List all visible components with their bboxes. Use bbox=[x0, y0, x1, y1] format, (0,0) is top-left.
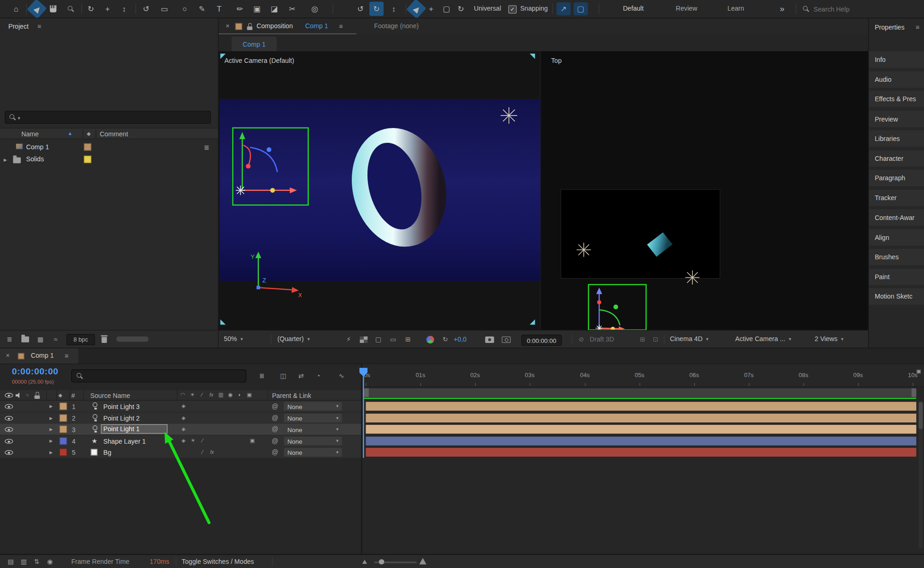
close-panel-icon[interactable]: × bbox=[226, 22, 229, 29]
layer-bar-3[interactable] bbox=[366, 425, 916, 434]
panel-tab-brushes[interactable]: Brushes bbox=[869, 249, 924, 265]
zoom-out-mountain-icon[interactable] bbox=[362, 560, 367, 564]
light-selection-box-top[interactable] bbox=[588, 284, 647, 331]
layer-name[interactable]: Bg bbox=[104, 449, 111, 456]
layer-row-3-selected[interactable]: ▶ 3 Point Light 1 ◈ @ None▾ bbox=[0, 424, 361, 435]
pan-tool-icon[interactable]: + bbox=[100, 0, 115, 18]
parent-dropdown[interactable]: None▾ bbox=[284, 437, 342, 446]
effects-switch-icon[interactable]: fx bbox=[208, 448, 216, 456]
expand-chevron-icon[interactable]: ▶ bbox=[48, 437, 55, 445]
shape-tool-icon[interactable]: ○ bbox=[177, 0, 192, 18]
layer-color-swatch[interactable] bbox=[59, 425, 67, 433]
reset-exposure-icon[interactable]: ↻ bbox=[441, 335, 450, 344]
workspace-learn[interactable]: Learn bbox=[728, 5, 744, 12]
camera-view-dropdown[interactable]: Active Camera ...▾ bbox=[735, 335, 791, 342]
hand-tool-icon[interactable] bbox=[50, 5, 56, 12]
layer-row-5[interactable]: ▶ 5 Bg ∕ fx @ None▾ bbox=[0, 446, 361, 458]
view-layout-dropdown[interactable]: 2 Views▾ bbox=[815, 335, 844, 342]
composition-tab-label[interactable]: Composition bbox=[257, 22, 293, 29]
current-timecode[interactable]: 0:00:00:00 bbox=[12, 366, 59, 376]
toggle-switches-modes-button[interactable]: Toggle Switches / Modes bbox=[182, 558, 254, 565]
panel-menu-icon[interactable]: ≡ bbox=[35, 22, 44, 31]
bit-depth-button[interactable]: 8 bpc bbox=[67, 334, 95, 345]
quality-switch-icon[interactable]: ∕ bbox=[198, 437, 207, 445]
viewer-tab-comp1[interactable]: Comp 1 bbox=[232, 37, 277, 51]
expand-chevron-icon[interactable]: ▶ bbox=[48, 425, 55, 433]
layer-name-selected[interactable]: Point Light 1 bbox=[101, 424, 167, 434]
panel-scrollbar[interactable] bbox=[116, 336, 148, 342]
layer-row-2[interactable]: ▶ 2 Point Light 2 ◈ @ None▾ bbox=[0, 412, 361, 424]
grid-guides-icon[interactable]: ⊞ bbox=[403, 335, 413, 344]
expand-chevron-icon[interactable]: ▶ bbox=[48, 403, 55, 410]
toggle-transfer-pane-icon[interactable]: ▥ bbox=[19, 557, 29, 566]
show-snapshot-icon[interactable] bbox=[502, 336, 511, 343]
layer-switch-icon[interactable]: ◈ bbox=[179, 403, 188, 410]
region-of-interest-icon[interactable]: ▢ bbox=[574, 2, 588, 15]
layer-row-1[interactable]: ▶ 1 Point Light 3 ◈ @ None▾ bbox=[0, 401, 361, 412]
snapshot-icon[interactable] bbox=[485, 336, 494, 343]
puppet-pin-tool-icon[interactable]: ◎ bbox=[307, 0, 322, 18]
delete-icon[interactable] bbox=[101, 335, 107, 343]
toggle-layer-pane-icon[interactable]: ▤ bbox=[6, 557, 16, 566]
ground-plane-icon[interactable]: ⊞ bbox=[638, 335, 648, 344]
resolution-dropdown[interactable]: (Quarter)▾ bbox=[277, 335, 310, 342]
close-panel-icon[interactable]: × bbox=[6, 352, 10, 359]
collapse-switch-icon[interactable]: ☀ bbox=[189, 437, 197, 445]
transparency-grid-icon[interactable] bbox=[360, 336, 368, 343]
time-ruler[interactable]: 0s 01s 02s 03s 04s 05s 06s 07s 08s 09s 1… bbox=[362, 364, 924, 387]
workspace-review[interactable]: Review bbox=[676, 5, 697, 12]
parent-pickwhip-icon[interactable]: @ bbox=[271, 448, 279, 456]
preview-timecode[interactable]: 0:00:00:00 bbox=[521, 335, 562, 346]
parent-pickwhip-icon[interactable]: @ bbox=[271, 414, 279, 422]
project-settings-icon[interactable]: ▦ bbox=[36, 335, 45, 344]
live-update-icon[interactable]: ◫ bbox=[279, 372, 288, 380]
panel-tab-align[interactable]: Align bbox=[869, 229, 924, 246]
extended-viewer-icon[interactable]: ⊡ bbox=[651, 335, 661, 344]
layer-color-swatch[interactable] bbox=[59, 437, 67, 445]
composition-tab-comp-name[interactable]: Comp 1 bbox=[305, 22, 328, 29]
panel-tab-paragraph[interactable]: Paragraph bbox=[869, 170, 924, 186]
parent-pickwhip-icon[interactable]: @ bbox=[271, 425, 279, 433]
axis-rotate-icon[interactable]: ↻ bbox=[454, 0, 468, 18]
parent-link-column-header[interactable]: Parent & Link bbox=[272, 392, 311, 399]
layer-color-swatch[interactable] bbox=[59, 403, 67, 410]
magnification-dropdown[interactable]: 50%▾ bbox=[224, 335, 243, 342]
layer-switch-icon[interactable]: ◈ bbox=[179, 437, 188, 445]
layer-bar-5[interactable] bbox=[366, 448, 916, 457]
project-panel-title[interactable]: Project bbox=[8, 23, 29, 30]
fast-previews-icon[interactable]: ⚡ bbox=[344, 335, 354, 344]
panel-tab-effects[interactable]: Effects & Pres bbox=[869, 91, 924, 107]
pen-tool-icon[interactable]: ✎ bbox=[195, 0, 209, 18]
timeline-zoom-slider-thumb[interactable] bbox=[379, 559, 385, 564]
toggle-inout-pane-icon[interactable]: ⇅ bbox=[32, 557, 42, 566]
search-help-input[interactable] bbox=[812, 4, 904, 15]
timeline-search-input[interactable] bbox=[86, 371, 243, 381]
project-item-name[interactable]: Solids bbox=[26, 156, 44, 163]
layer-switch-icon[interactable]: ◈ bbox=[179, 414, 188, 422]
more-workspaces-icon[interactable]: » bbox=[775, 0, 789, 18]
dolly-tool-icon[interactable]: ↕ bbox=[117, 0, 131, 18]
expand-chevron-icon[interactable]: ▶ bbox=[48, 414, 55, 422]
parent-dropdown[interactable]: None▾ bbox=[284, 402, 342, 410]
marquee-tool-icon[interactable]: ▭ bbox=[157, 0, 171, 18]
roto-brush-tool-icon[interactable]: ✂ bbox=[285, 0, 300, 18]
brush-tool-icon[interactable]: ✏ bbox=[233, 0, 247, 18]
snapping-checkbox[interactable]: ✓ bbox=[508, 5, 517, 13]
mask-visibility-icon[interactable]: ▢ bbox=[373, 335, 383, 344]
selection-tool-icon[interactable]: ▶ bbox=[27, 0, 47, 18]
workspace-default[interactable]: Default bbox=[623, 5, 644, 12]
panel-tab-preview[interactable]: Preview bbox=[869, 111, 924, 128]
panel-tab-content-aware[interactable]: Content-Awar bbox=[869, 209, 924, 226]
layer-bar-2[interactable] bbox=[366, 414, 916, 422]
axis-selection-icon[interactable]: ▶ bbox=[406, 0, 427, 18]
project-flowchart-icon[interactable]: ≣ bbox=[5, 335, 14, 344]
panel-menu-icon[interactable]: ≡ bbox=[62, 352, 72, 360]
expand-chevron-icon[interactable]: ▶ bbox=[48, 448, 55, 456]
project-search-input[interactable] bbox=[24, 112, 205, 122]
zoom-tool-icon[interactable] bbox=[67, 6, 72, 11]
dolly-camera-icon[interactable]: ↕ bbox=[386, 0, 401, 18]
axis-mode-label[interactable]: Universal bbox=[474, 5, 501, 12]
orbit-around-cursor-icon[interactable]: ↺ bbox=[353, 0, 367, 18]
footage-tab[interactable]: Footage (none) bbox=[374, 22, 419, 29]
layer-name[interactable]: Point Light 2 bbox=[104, 415, 140, 422]
